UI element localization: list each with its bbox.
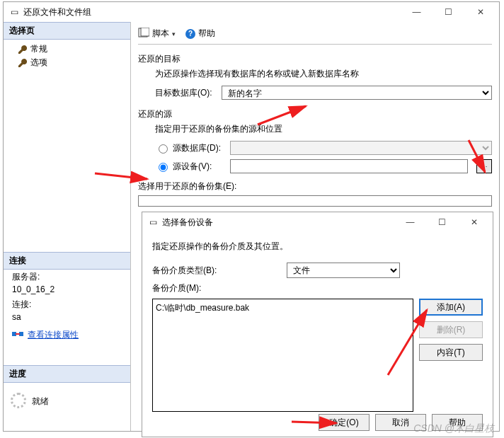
maximize-button[interactable]: ☐ (433, 2, 464, 22)
wrench-icon (18, 45, 28, 54)
help-icon: ? (185, 29, 195, 39)
content-button[interactable]: 内容(T) (419, 344, 483, 361)
media-type-combo[interactable]: 文件 (287, 263, 400, 278)
script-icon (138, 28, 149, 40)
view-connection-props-link[interactable]: 查看连接属性 (28, 329, 79, 341)
source-device-browse-button[interactable]: ... (476, 159, 492, 173)
wrench-icon (18, 58, 28, 68)
target-db-combo[interactable]: 新的名字 (222, 86, 492, 100)
source-db-radio[interactable]: 源数据库(D): (155, 142, 226, 154)
media-type-label: 备份介质类型(B): (152, 265, 287, 277)
progress-header: 进度 (4, 365, 130, 383)
backup-set-grid[interactable] (138, 195, 492, 207)
app-icon: ▭ (148, 217, 158, 227)
sidebar-item-general[interactable]: 常规 (5, 42, 130, 56)
add-button[interactable]: 添加(A) (419, 299, 483, 316)
connection-icon (12, 330, 23, 340)
sub-titlebar: ▭ 选择备份设备 — ☐ ✕ (142, 212, 493, 232)
svg-rect-4 (141, 28, 149, 36)
main-titlebar: ▭ 还原文件和文件组 — ☐ ✕ (4, 2, 499, 22)
script-button[interactable]: 脚本 (152, 28, 169, 40)
watermark: CSDN @木白星枝 (413, 422, 494, 435)
progress-status: 就绪 (32, 396, 49, 408)
media-label: 备份介质(M): (152, 282, 287, 294)
sub-hint: 指定还原操作的备份介质及其位置。 (152, 241, 483, 253)
script-dropdown-icon[interactable]: ▾ (172, 30, 176, 38)
target-section-title: 还原的目标 (138, 53, 492, 65)
ok-button[interactable]: 确定(O) (319, 414, 370, 431)
help-button[interactable]: 帮助 (198, 28, 215, 40)
source-device-input[interactable] (230, 159, 468, 173)
sub-close-button[interactable]: ✕ (458, 212, 490, 232)
source-db-radio-input[interactable] (159, 144, 168, 154)
source-section-title: 还原的源 (138, 108, 492, 120)
backup-set-label: 选择用于还原的备份集(E): (138, 180, 236, 192)
progress-spinner-icon (11, 393, 26, 408)
close-button[interactable]: ✕ (464, 2, 496, 22)
select-page-header: 选择页 (4, 22, 130, 40)
target-hint: 为还原操作选择现有数据库的名称或键入新数据库名称 (138, 68, 492, 80)
target-db-label: 目标数据库(O): (155, 87, 217, 99)
app-icon: ▭ (9, 7, 19, 17)
server-label: 服务器: (12, 271, 126, 283)
sub-minimize-button[interactable]: — (394, 212, 426, 232)
delete-button: 删除(R) (419, 321, 483, 338)
svg-rect-2 (16, 333, 20, 335)
source-hint: 指定用于还原的备份集的源和位置 (138, 123, 492, 135)
source-device-radio-input[interactable] (159, 163, 168, 172)
sidebar-item-label: 选项 (30, 57, 47, 69)
connection-value: sa (12, 312, 126, 322)
source-device-radio[interactable]: 源设备(V): (155, 161, 226, 173)
sidebar-item-options[interactable]: 选项 (5, 56, 130, 69)
sidebar-item-label: 常规 (30, 43, 47, 55)
sub-maximize-button[interactable]: ☐ (426, 212, 458, 232)
connection-header: 连接 (4, 252, 130, 270)
source-db-combo (230, 141, 492, 155)
server-value: 10_0_16_2 (12, 284, 126, 294)
media-list[interactable]: C:\临时\db_measure.bak (152, 299, 413, 412)
media-list-item[interactable]: C:\临时\db_measure.bak (156, 302, 410, 314)
window-title: 还原文件和文件组 (23, 6, 401, 18)
minimize-button[interactable]: — (401, 2, 433, 22)
sub-window-title: 选择备份设备 (162, 217, 394, 229)
connection-label: 连接: (12, 299, 126, 311)
